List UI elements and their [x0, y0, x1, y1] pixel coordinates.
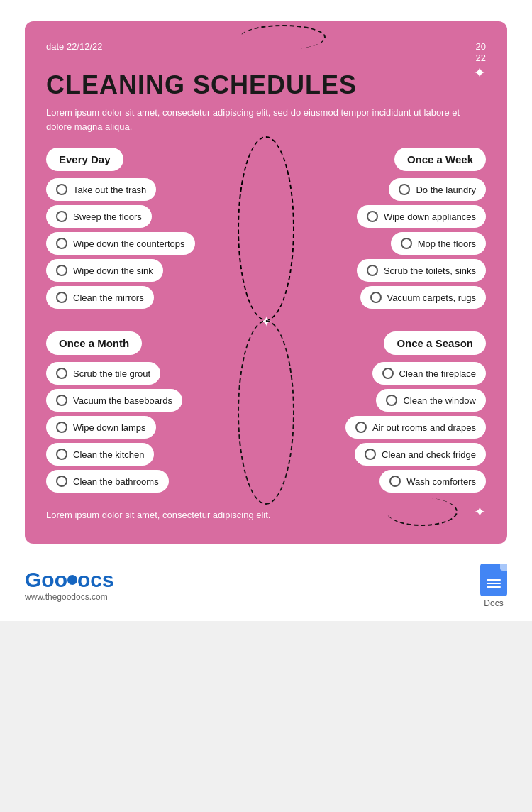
checkbox-icon[interactable] — [382, 368, 394, 379]
bottom-sections-grid: Once a Month Scrub the tile grout Vacuum… — [46, 331, 486, 493]
bottom-text: Lorem ipsum dolor sit amet, consectetur … — [46, 508, 486, 522]
checkbox-icon[interactable] — [56, 238, 67, 249]
checkbox-icon[interactable] — [56, 422, 67, 433]
footer: Gooocs www.thegoodocs.com Docs — [0, 551, 532, 621]
checkbox-icon[interactable] — [355, 422, 367, 433]
checkbox-icon[interactable] — [389, 476, 401, 487]
list-item: Air out rooms and drapes — [345, 416, 486, 439]
docs-icon-area: Docs — [480, 564, 507, 608]
once-a-week-checklist: Do the laundry Wipe down appliances Mop … — [272, 178, 486, 309]
logo-docs-text: ocs — [77, 568, 114, 591]
list-item: Wipe down the countertops — [46, 232, 195, 255]
card-top-row: date 22/12/22 20 22 — [46, 41, 486, 63]
page-wrapper: ✦ date 22/12/22 20 22 CLEANING SCHEDULES… — [0, 0, 532, 621]
checkbox-icon[interactable] — [56, 211, 67, 222]
once-a-season-section: Once a Season Clean the fireplace Clean … — [272, 331, 486, 493]
subtitle: Lorem ipsum dolor sit amet, consectetur … — [46, 106, 486, 133]
list-item: Wash comforters — [379, 470, 486, 493]
star-bottom-right-icon: ✦ — [474, 501, 486, 522]
year-label: 20 22 — [476, 41, 486, 63]
list-item: Clean the mirrors — [46, 286, 154, 309]
list-item: Clean the bathrooms — [46, 470, 169, 493]
docs-file-line — [487, 586, 501, 588]
logo-goo: Goo — [25, 568, 67, 591]
logo-text: Gooocs — [25, 569, 114, 591]
checkbox-icon[interactable] — [56, 184, 67, 195]
list-item: Clean and check fridge — [355, 443, 486, 466]
checkbox-icon[interactable] — [56, 265, 67, 276]
checkbox-icon[interactable] — [56, 395, 67, 406]
list-item: Wipe down the sink — [46, 259, 163, 282]
list-item: Clean the window — [376, 389, 486, 412]
logo-area: Gooocs www.thegoodocs.com — [25, 569, 114, 602]
star-top-right-icon: ✦ — [473, 64, 486, 82]
list-item: Sweep the floors — [46, 205, 152, 228]
every-day-section: Every Day Take out the trash Sweep the f… — [46, 148, 260, 309]
docs-file-line — [487, 583, 501, 584]
checkbox-icon[interactable] — [365, 449, 376, 460]
main-title: CLEANING SCHEDULES — [46, 70, 486, 100]
list-item: Clean the fireplace — [372, 362, 486, 385]
every-day-checklist: Take out the trash Sweep the floors Wipe… — [46, 178, 260, 309]
docs-file-icon — [480, 564, 507, 596]
checkbox-icon[interactable] — [386, 395, 397, 406]
checkbox-icon[interactable] — [56, 292, 67, 303]
once-a-week-heading: Once a Week — [394, 148, 486, 171]
deco-arc-bottom — [387, 498, 458, 526]
checkbox-icon[interactable] — [56, 449, 67, 460]
once-a-month-heading: Once a Month — [46, 331, 142, 355]
once-a-season-heading: Once a Season — [384, 331, 486, 355]
checkbox-icon[interactable] — [56, 476, 67, 487]
main-card: ✦ date 22/12/22 20 22 CLEANING SCHEDULES… — [25, 21, 507, 544]
list-item: Vacuum the baseboards — [46, 389, 182, 412]
logo-url[interactable]: www.thegoodocs.com — [25, 592, 114, 602]
checkbox-icon[interactable] — [399, 184, 410, 195]
once-a-month-section: Once a Month Scrub the tile grout Vacuum… — [46, 331, 260, 493]
checkbox-icon[interactable] — [56, 368, 67, 379]
list-item: Clean the kitchen — [46, 443, 154, 466]
list-item: Scrub the tile grout — [46, 362, 160, 385]
docs-file-lines — [487, 572, 501, 588]
checkbox-icon[interactable] — [367, 265, 378, 276]
checkbox-icon[interactable] — [401, 238, 412, 249]
list-item: Take out the trash — [46, 178, 156, 201]
list-item: Do the laundry — [389, 178, 486, 201]
docs-label: Docs — [484, 598, 503, 608]
top-sections-grid: Every Day Take out the trash Sweep the f… — [46, 148, 486, 309]
list-item: Wipe down appliances — [357, 205, 486, 228]
list-item: Vacuum carpets, rugs — [360, 286, 486, 309]
once-a-season-checklist: Clean the fireplace Clean the window Air… — [272, 362, 486, 493]
checkbox-icon[interactable] — [370, 292, 382, 303]
star-center-icon: ✦ — [260, 313, 272, 330]
logo-dot-icon — [67, 575, 77, 585]
every-day-heading: Every Day — [46, 148, 123, 171]
once-a-week-section: Once a Week Do the laundry Wipe down app… — [272, 148, 486, 309]
once-a-month-checklist: Scrub the tile grout Vacuum the baseboar… — [46, 362, 260, 493]
list-item: Mop the floors — [391, 232, 486, 255]
list-item: Wipe down lamps — [46, 416, 156, 439]
date-label: date 22/12/22 — [46, 41, 103, 52]
docs-file-line — [487, 579, 501, 581]
list-item: Scrub the toilets, sinks — [357, 259, 486, 282]
checkbox-icon[interactable] — [367, 211, 378, 222]
